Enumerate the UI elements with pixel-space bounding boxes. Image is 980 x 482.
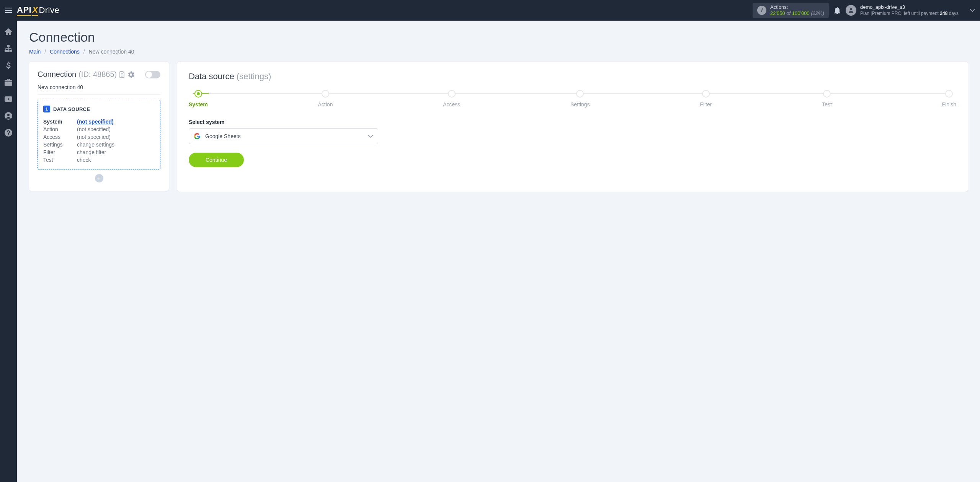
step-label: Settings	[570, 101, 590, 107]
ds-row-filter[interactable]: Filterchange filter	[43, 148, 155, 156]
info-icon: i	[757, 6, 766, 15]
home-icon	[5, 28, 12, 35]
rail-connections[interactable]	[0, 41, 17, 57]
step-filter[interactable]: Filter	[700, 90, 712, 107]
ds-key: Action	[43, 126, 77, 132]
step-dot	[945, 90, 953, 98]
chevron-down-icon	[368, 135, 373, 138]
connection-label: Connection	[38, 70, 76, 79]
connection-card: Connection (ID: 48865) New connection 40…	[29, 62, 169, 191]
youtube-icon	[5, 96, 12, 102]
ds-key: Access	[43, 134, 77, 140]
continue-button[interactable]: Continue	[189, 153, 244, 167]
rail-tools[interactable]	[0, 74, 17, 90]
ds-value: check	[77, 157, 91, 163]
ds-row-system[interactable]: System(not specified)	[43, 118, 155, 125]
step-action[interactable]: Action	[318, 90, 333, 107]
bell-icon	[834, 7, 841, 14]
actions-counter[interactable]: i Actions: 22'050 of 100'000 (22%)	[753, 3, 829, 18]
ds-value[interactable]: (not specified)	[77, 119, 114, 125]
ds-value: (not specified)	[77, 134, 111, 140]
connection-toggle[interactable]	[145, 71, 160, 78]
rail-home[interactable]	[0, 24, 17, 40]
question-icon	[5, 129, 12, 137]
svg-rect-2	[5, 50, 7, 52]
crumb-main[interactable]: Main	[29, 49, 41, 55]
ds-key: System	[43, 119, 77, 125]
actions-total: 100'000	[792, 10, 810, 16]
ds-row-settings[interactable]: Settingschange settings	[43, 141, 155, 148]
step-finish[interactable]: Finish	[942, 90, 956, 107]
step-dot	[702, 90, 710, 98]
select-system-label: Select system	[189, 119, 956, 125]
dollar-icon	[6, 62, 11, 69]
settings-title: Data source (settings)	[189, 72, 956, 81]
chevron-down-icon	[970, 9, 975, 12]
svg-rect-4	[10, 50, 12, 52]
step-label: Test	[822, 101, 832, 107]
ds-row-test[interactable]: Testcheck	[43, 156, 155, 164]
step-access[interactable]: Access	[443, 90, 460, 107]
step-dot	[194, 90, 202, 98]
ds-key: Settings	[43, 142, 77, 148]
ds-number: 1	[43, 106, 50, 112]
actions-pct: (22%)	[810, 10, 824, 16]
select-system-value: Google Sheets	[205, 133, 241, 139]
ds-key: Filter	[43, 149, 77, 155]
connection-id: (ID: 48865)	[78, 70, 117, 79]
data-source-box: 1 DATA SOURCE System(not specified)Actio…	[38, 100, 160, 169]
actions-of: of	[785, 10, 792, 16]
step-label: System	[189, 101, 208, 107]
avatar	[846, 5, 856, 16]
settings-card: Data source (settings) SystemActionAcces…	[177, 62, 968, 192]
user-name: demo_apix-drive_s3	[860, 4, 959, 11]
ds-value: change settings	[77, 142, 114, 148]
menu-icon	[5, 8, 12, 13]
user-menu[interactable]: demo_apix-drive_s3 Plan |Premium PRO| le…	[846, 4, 965, 16]
user-icon	[848, 7, 854, 14]
stepper: SystemActionAccessSettingsFilterTestFini…	[189, 90, 956, 107]
ds-row-action[interactable]: Action(not specified)	[43, 125, 155, 133]
step-label: Filter	[700, 101, 712, 107]
step-label: Finish	[942, 101, 956, 107]
page-title: Connection	[29, 30, 968, 45]
step-dot	[823, 90, 831, 98]
briefcase-icon	[5, 79, 12, 86]
step-dot	[576, 90, 584, 98]
svg-rect-1	[7, 45, 10, 47]
document-icon[interactable]	[119, 71, 125, 78]
step-dot	[448, 90, 456, 98]
notifications-button[interactable]	[829, 0, 846, 21]
step-test[interactable]: Test	[822, 90, 832, 107]
svg-point-0	[850, 8, 852, 10]
ds-value: change filter	[77, 149, 106, 155]
rail-account[interactable]	[0, 108, 17, 124]
actions-used: 22'050	[770, 10, 785, 16]
step-settings[interactable]: Settings	[570, 90, 590, 107]
add-source-button[interactable]: +	[95, 174, 103, 182]
brand-logo[interactable]: API X Drive	[17, 5, 59, 16]
page-content: Connection Main / Connections / New conn…	[17, 21, 980, 201]
svg-point-9	[8, 134, 9, 135]
actions-label: Actions:	[770, 4, 824, 10]
user-menu-toggle[interactable]	[965, 9, 980, 12]
rail-help[interactable]	[0, 125, 17, 141]
hamburger-menu[interactable]	[0, 0, 17, 21]
gear-icon[interactable]	[127, 71, 134, 78]
svg-rect-3	[7, 50, 10, 52]
google-icon	[194, 133, 201, 140]
user-plan: Plan |Premium PRO| left until payment 24…	[860, 11, 959, 17]
ds-row-access[interactable]: Access(not specified)	[43, 133, 155, 141]
ds-value: (not specified)	[77, 126, 111, 132]
crumb-connections[interactable]: Connections	[50, 49, 80, 55]
rail-video[interactable]	[0, 91, 17, 107]
brand-api: API	[17, 5, 31, 16]
sitemap-icon	[5, 45, 12, 52]
svg-point-8	[5, 129, 12, 137]
select-system[interactable]: Google Sheets	[189, 128, 378, 144]
rail-billing[interactable]	[0, 57, 17, 73]
breadcrumb: Main / Connections / New connection 40	[29, 49, 968, 55]
ds-table: System(not specified)Action(not specifie…	[43, 118, 155, 164]
step-system[interactable]: System	[189, 90, 208, 107]
ds-title: DATA SOURCE	[53, 106, 90, 112]
